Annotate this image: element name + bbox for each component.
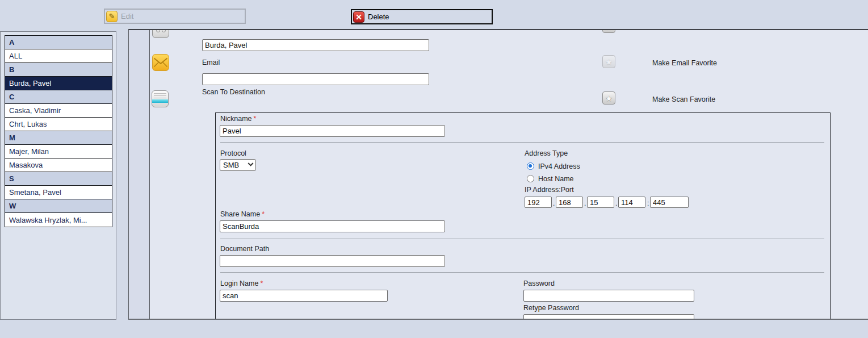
document-path-label: Document Path xyxy=(220,245,269,253)
list-item-burda-pavel[interactable]: Burda, Pavel xyxy=(5,77,112,90)
list-item-caska[interactable]: Caska, Vladimir xyxy=(5,104,112,118)
page-background: ✎ Edit ✕ Delete A ALL B Burda, Pavel C C… xyxy=(0,0,868,338)
required-asterisk: * xyxy=(262,210,265,218)
contact-detail-panel: Email Scan To Destination ★ ★ Make Email… xyxy=(128,29,868,320)
scan-destination-form: Nickname* Protocol SMB Address Type IPv4… xyxy=(215,112,831,320)
document-path-input[interactable] xyxy=(220,255,445,267)
make-email-favorite-label: Make Email Favorite xyxy=(652,59,717,67)
panel-gutter xyxy=(129,30,149,320)
email-input[interactable] xyxy=(202,73,429,85)
radio-ipv4-label[interactable]: IPv4 Address xyxy=(538,162,580,170)
address-type-label: Address Type xyxy=(525,149,568,157)
login-name-label: Login Name* xyxy=(220,279,263,287)
pencil-icon: ✎ xyxy=(106,11,118,22)
share-name-input[interactable] xyxy=(220,220,445,232)
protocol-selected-value: SMB xyxy=(223,161,239,169)
letter-header-a: A xyxy=(5,36,112,49)
ip-colon-separator: : xyxy=(647,199,649,207)
contact-card-icon xyxy=(152,29,169,38)
ip-octet-input-4[interactable] xyxy=(618,197,645,208)
address-book-sidebar: A ALL B Burda, Pavel C Caska, Vladimir C… xyxy=(0,31,116,320)
retype-password-label: Retype Password xyxy=(523,304,579,312)
letter-header-c: C xyxy=(5,90,112,104)
delete-x-icon: ✕ xyxy=(353,11,364,23)
list-item-all[interactable]: ALL xyxy=(5,49,112,63)
edit-button[interactable]: ✎ Edit xyxy=(104,9,246,24)
form-divider xyxy=(220,272,824,273)
email-label: Email xyxy=(202,59,220,66)
star-icon: ★ xyxy=(605,58,613,66)
contact-name-input[interactable] xyxy=(202,39,429,51)
radio-host-name[interactable] xyxy=(527,175,534,182)
ip-address-port-label: IP Address:Port xyxy=(525,186,574,194)
list-item-majer[interactable]: Majer, Milan xyxy=(5,145,112,158)
form-divider xyxy=(220,142,824,143)
list-item-smetana[interactable]: Smetana, Pavel xyxy=(5,186,112,199)
delete-button[interactable]: ✕ Delete xyxy=(351,9,493,24)
login-name-input[interactable] xyxy=(220,290,388,302)
share-name-label: Share Name* xyxy=(220,210,265,218)
letter-header-m: M xyxy=(5,131,112,145)
protocol-select[interactable]: SMB xyxy=(220,159,256,171)
form-divider xyxy=(220,239,824,239)
scan-to-destination-label: Scan To Destination xyxy=(202,88,265,96)
password-label: Password xyxy=(523,279,555,287)
email-envelope-icon xyxy=(152,54,169,71)
list-item-chrt[interactable]: Chrt, Lukas xyxy=(5,118,112,131)
ip-dot-separator: . xyxy=(584,199,586,207)
required-asterisk: * xyxy=(254,115,257,123)
protocol-label: Protocol xyxy=(220,149,246,157)
password-input[interactable] xyxy=(523,290,694,302)
letter-header-w: W xyxy=(5,199,112,213)
letter-header-b: B xyxy=(5,63,112,77)
ip-dot-separator: . xyxy=(553,199,555,207)
retype-password-input[interactable] xyxy=(523,314,694,320)
edit-button-label: Edit xyxy=(121,12,133,20)
make-scan-favorite-button[interactable]: ★ xyxy=(602,91,615,105)
list-item-masakova[interactable]: Masakova xyxy=(5,158,112,172)
chevron-down-icon xyxy=(248,161,254,166)
delete-button-label: Delete xyxy=(368,12,389,21)
make-name-favorite-button[interactable]: ★ xyxy=(602,29,615,33)
ip-octet-input-1[interactable] xyxy=(525,197,552,208)
nickname-label: Nickname* xyxy=(220,115,256,123)
star-icon: ★ xyxy=(605,29,613,31)
make-scan-favorite-label: Make Scan Favorite xyxy=(652,95,715,103)
radio-host-name-label[interactable]: Host Name xyxy=(538,175,574,183)
radio-ipv4-address[interactable] xyxy=(527,162,534,170)
ip-octet-input-2[interactable] xyxy=(556,197,583,208)
make-email-favorite-button[interactable]: ★ xyxy=(602,55,615,68)
nickname-input[interactable] xyxy=(220,125,445,137)
ip-octet-input-3[interactable] xyxy=(587,197,614,208)
ip-dot-separator: . xyxy=(615,199,617,207)
required-asterisk: * xyxy=(260,279,263,287)
list-item-walawska[interactable]: Walawska Hryzlak, Mi... xyxy=(5,213,112,227)
port-input[interactable] xyxy=(650,197,689,208)
contacts-list: A ALL B Burda, Pavel C Caska, Vladimir C… xyxy=(5,35,112,227)
panel-divider-line xyxy=(149,30,150,320)
star-icon: ★ xyxy=(605,94,613,102)
letter-header-s: S xyxy=(5,172,112,186)
scan-to-destination-icon xyxy=(152,90,169,107)
